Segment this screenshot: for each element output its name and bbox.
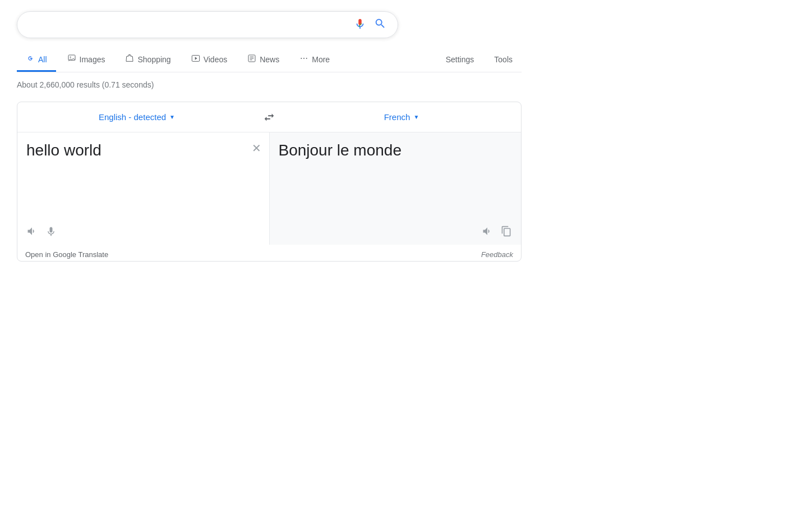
target-language-chevron: ▼ (413, 114, 419, 120)
tab-more[interactable]: More (290, 48, 339, 72)
translate-body: hello world ✕ Bonjour le monde (17, 132, 521, 245)
target-speaker-button[interactable] (482, 226, 493, 237)
open-in-google-translate-link[interactable]: Open in Google Translate (25, 250, 108, 259)
target-language-label: French (384, 112, 410, 122)
svg-point-11 (306, 58, 307, 59)
tab-tools-label: Tools (494, 55, 513, 64)
tab-settings-label: Settings (446, 55, 474, 64)
microphone-icon[interactable] (354, 17, 366, 32)
svg-point-9 (301, 58, 302, 59)
source-language-label: English - detected (99, 112, 166, 122)
tab-settings[interactable]: Settings (437, 49, 483, 71)
source-mic-button[interactable] (45, 226, 57, 237)
svg-marker-4 (195, 57, 197, 59)
nav-tabs: All Images Shopping Videos (17, 48, 522, 72)
tab-more-label: More (312, 55, 330, 64)
target-text: Bonjour le monde (279, 141, 513, 221)
search-icon[interactable] (374, 17, 386, 32)
news-tab-icon (247, 54, 256, 65)
tab-shopping-label: Shopping (137, 55, 170, 64)
swap-languages-button[interactable] (256, 111, 282, 123)
source-bottom-icons (26, 221, 260, 239)
search-tab-icon (26, 54, 35, 65)
more-tab-icon (299, 54, 308, 65)
translate-card: English - detected ▼ French ▼ hello worl… (17, 102, 522, 262)
target-language-button[interactable]: French ▼ (282, 109, 521, 125)
feedback-link[interactable]: Feedback (481, 250, 513, 259)
images-tab-icon (67, 54, 76, 65)
copy-translation-button[interactable] (501, 226, 512, 237)
svg-point-2 (70, 57, 71, 58)
source-speaker-button[interactable] (26, 226, 38, 237)
tab-videos-label: Videos (204, 55, 228, 64)
translate-header: English - detected ▼ French ▼ (17, 102, 521, 132)
tab-images-label: Images (80, 55, 105, 64)
shopping-tab-icon (125, 54, 134, 65)
tab-images[interactable]: Images (58, 48, 114, 72)
tab-all-label: All (38, 55, 47, 64)
tab-news-label: News (260, 55, 279, 64)
results-count: About 2,660,000 results (0.71 seconds) (17, 80, 795, 89)
target-bottom-icons (279, 221, 513, 239)
tab-shopping[interactable]: Shopping (116, 48, 179, 72)
search-input[interactable]: how do I say "hello world" in french (29, 19, 354, 31)
tab-news[interactable]: News (238, 48, 288, 72)
search-bar: how do I say "hello world" in french (17, 11, 398, 38)
tab-all[interactable]: All (17, 48, 56, 72)
source-language-button[interactable]: English - detected ▼ (17, 109, 256, 125)
tab-videos[interactable]: Videos (182, 48, 237, 72)
source-text: hello world (26, 141, 260, 221)
source-language-chevron: ▼ (169, 114, 175, 120)
translate-source-panel: hello world ✕ (17, 132, 270, 245)
translate-footer: Open in Google Translate Feedback (17, 245, 521, 261)
videos-tab-icon (191, 54, 200, 65)
tab-tools[interactable]: Tools (485, 49, 522, 71)
clear-source-button[interactable]: ✕ (252, 141, 261, 155)
svg-point-10 (303, 58, 304, 59)
translate-target-panel: Bonjour le monde (270, 132, 522, 245)
